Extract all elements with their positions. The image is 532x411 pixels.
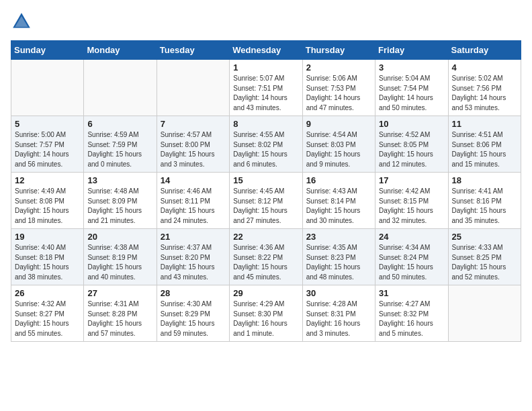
day-number: 16: [306, 175, 371, 185]
weekday-header-sunday: Sunday: [11, 41, 84, 60]
calendar-day-23: 23Sunrise: 4:35 AM Sunset: 8:23 PM Dayli…: [302, 229, 375, 285]
day-info: Sunrise: 5:07 AM Sunset: 7:51 PM Dayligh…: [233, 74, 298, 113]
day-number: 26: [15, 288, 80, 298]
calendar-day-21: 21Sunrise: 4:37 AM Sunset: 8:20 PM Dayli…: [157, 229, 229, 285]
day-info: Sunrise: 4:28 AM Sunset: 8:31 PM Dayligh…: [306, 300, 371, 338]
calendar-table: SundayMondayTuesdayWednesdayThursdayFrid…: [11, 40, 521, 342]
day-number: 5: [15, 119, 80, 129]
calendar-day-28: 28Sunrise: 4:30 AM Sunset: 8:29 PM Dayli…: [157, 285, 229, 342]
calendar-empty-cell: [84, 60, 157, 116]
calendar-day-20: 20Sunrise: 4:38 AM Sunset: 8:19 PM Dayli…: [84, 229, 157, 285]
calendar-day-11: 11Sunrise: 4:51 AM Sunset: 8:06 PM Dayli…: [448, 116, 521, 173]
day-info: Sunrise: 4:51 AM Sunset: 8:06 PM Dayligh…: [452, 130, 517, 169]
weekday-header-thursday: Thursday: [302, 41, 375, 60]
calendar-day-17: 17Sunrise: 4:42 AM Sunset: 8:15 PM Dayli…: [375, 173, 448, 229]
day-info: Sunrise: 4:59 AM Sunset: 7:59 PM Dayligh…: [87, 130, 152, 169]
day-info: Sunrise: 5:02 AM Sunset: 7:56 PM Dayligh…: [452, 74, 517, 113]
day-number: 14: [161, 175, 226, 185]
page-header: [11, 11, 521, 32]
day-info: Sunrise: 4:34 AM Sunset: 8:24 PM Dayligh…: [379, 243, 444, 282]
day-info: Sunrise: 5:00 AM Sunset: 7:57 PM Dayligh…: [15, 130, 80, 169]
day-info: Sunrise: 4:37 AM Sunset: 8:20 PM Dayligh…: [161, 243, 226, 282]
day-info: Sunrise: 4:57 AM Sunset: 8:00 PM Dayligh…: [161, 130, 226, 169]
day-number: 9: [306, 119, 371, 129]
day-number: 31: [379, 288, 444, 298]
day-number: 1: [233, 62, 298, 73]
calendar-day-31: 31Sunrise: 4:27 AM Sunset: 8:32 PM Dayli…: [375, 285, 448, 342]
day-info: Sunrise: 4:42 AM Sunset: 8:15 PM Dayligh…: [379, 187, 444, 226]
day-number: 18: [452, 175, 517, 185]
weekday-header-wednesday: Wednesday: [230, 41, 302, 60]
day-number: 19: [15, 232, 80, 242]
calendar-day-12: 12Sunrise: 4:49 AM Sunset: 8:08 PM Dayli…: [11, 173, 84, 229]
day-info: Sunrise: 4:55 AM Sunset: 8:02 PM Dayligh…: [233, 130, 298, 169]
day-number: 4: [452, 62, 517, 73]
day-number: 23: [306, 232, 371, 242]
day-info: Sunrise: 4:49 AM Sunset: 8:08 PM Dayligh…: [15, 187, 80, 226]
calendar-day-24: 24Sunrise: 4:34 AM Sunset: 8:24 PM Dayli…: [375, 229, 448, 285]
day-info: Sunrise: 4:54 AM Sunset: 8:03 PM Dayligh…: [306, 130, 371, 169]
day-number: 27: [87, 288, 152, 298]
day-info: Sunrise: 4:45 AM Sunset: 8:12 PM Dayligh…: [233, 187, 298, 226]
day-info: Sunrise: 4:38 AM Sunset: 8:19 PM Dayligh…: [87, 243, 152, 282]
day-info: Sunrise: 4:41 AM Sunset: 8:16 PM Dayligh…: [452, 187, 517, 226]
day-number: 29: [233, 288, 298, 298]
day-number: 21: [161, 232, 226, 242]
calendar-day-9: 9Sunrise: 4:54 AM Sunset: 8:03 PM Daylig…: [302, 116, 375, 173]
day-info: Sunrise: 4:40 AM Sunset: 8:18 PM Dayligh…: [15, 243, 80, 282]
day-number: 25: [452, 232, 517, 242]
calendar-day-27: 27Sunrise: 4:31 AM Sunset: 8:28 PM Dayli…: [84, 285, 157, 342]
day-info: Sunrise: 4:48 AM Sunset: 8:09 PM Dayligh…: [87, 187, 152, 226]
day-info: Sunrise: 4:36 AM Sunset: 8:22 PM Dayligh…: [233, 243, 298, 282]
day-number: 3: [379, 62, 444, 73]
day-number: 6: [87, 119, 152, 129]
day-info: Sunrise: 4:35 AM Sunset: 8:23 PM Dayligh…: [306, 243, 371, 282]
day-number: 8: [233, 119, 298, 129]
calendar-day-2: 2Sunrise: 5:06 AM Sunset: 7:53 PM Daylig…: [302, 60, 375, 116]
day-info: Sunrise: 4:33 AM Sunset: 8:25 PM Dayligh…: [452, 243, 517, 282]
day-info: Sunrise: 4:29 AM Sunset: 8:30 PM Dayligh…: [233, 300, 298, 338]
calendar-day-16: 16Sunrise: 4:43 AM Sunset: 8:14 PM Dayli…: [302, 173, 375, 229]
day-info: Sunrise: 4:52 AM Sunset: 8:05 PM Dayligh…: [379, 130, 444, 169]
calendar-day-4: 4Sunrise: 5:02 AM Sunset: 7:56 PM Daylig…: [448, 60, 521, 116]
day-number: 17: [379, 175, 444, 185]
calendar-week-2: 5Sunrise: 5:00 AM Sunset: 7:57 PM Daylig…: [11, 116, 521, 173]
calendar-week-1: 1Sunrise: 5:07 AM Sunset: 7:51 PM Daylig…: [11, 60, 521, 116]
day-number: 11: [452, 119, 517, 129]
calendar-day-5: 5Sunrise: 5:00 AM Sunset: 7:57 PM Daylig…: [11, 116, 84, 173]
day-info: Sunrise: 4:30 AM Sunset: 8:29 PM Dayligh…: [161, 300, 226, 338]
calendar-day-6: 6Sunrise: 4:59 AM Sunset: 7:59 PM Daylig…: [84, 116, 157, 173]
calendar-day-19: 19Sunrise: 4:40 AM Sunset: 8:18 PM Dayli…: [11, 229, 84, 285]
day-number: 7: [161, 119, 226, 129]
day-info: Sunrise: 4:46 AM Sunset: 8:11 PM Dayligh…: [161, 187, 226, 226]
day-number: 24: [379, 232, 444, 242]
calendar-empty-cell: [11, 60, 84, 116]
weekday-header-row: SundayMondayTuesdayWednesdayThursdayFrid…: [11, 41, 521, 60]
calendar-day-3: 3Sunrise: 5:04 AM Sunset: 7:54 PM Daylig…: [375, 60, 448, 116]
calendar-day-7: 7Sunrise: 4:57 AM Sunset: 8:00 PM Daylig…: [157, 116, 229, 173]
day-info: Sunrise: 4:31 AM Sunset: 8:28 PM Dayligh…: [87, 300, 152, 338]
day-number: 28: [161, 288, 226, 298]
day-info: Sunrise: 5:04 AM Sunset: 7:54 PM Dayligh…: [379, 74, 444, 113]
calendar-day-18: 18Sunrise: 4:41 AM Sunset: 8:16 PM Dayli…: [448, 173, 521, 229]
calendar-empty-cell: [448, 285, 521, 342]
weekday-header-friday: Friday: [375, 41, 448, 60]
calendar-day-14: 14Sunrise: 4:46 AM Sunset: 8:11 PM Dayli…: [157, 173, 229, 229]
day-number: 30: [306, 288, 371, 298]
calendar-day-22: 22Sunrise: 4:36 AM Sunset: 8:22 PM Dayli…: [230, 229, 302, 285]
calendar-week-3: 12Sunrise: 4:49 AM Sunset: 8:08 PM Dayli…: [11, 173, 521, 229]
weekday-header-monday: Monday: [84, 41, 157, 60]
day-info: Sunrise: 5:06 AM Sunset: 7:53 PM Dayligh…: [306, 74, 371, 113]
day-number: 10: [379, 119, 444, 129]
calendar-day-26: 26Sunrise: 4:32 AM Sunset: 8:27 PM Dayli…: [11, 285, 84, 342]
calendar-week-4: 19Sunrise: 4:40 AM Sunset: 8:18 PM Dayli…: [11, 229, 521, 285]
day-number: 2: [306, 62, 371, 73]
weekday-header-saturday: Saturday: [448, 41, 521, 60]
calendar-day-1: 1Sunrise: 5:07 AM Sunset: 7:51 PM Daylig…: [230, 60, 302, 116]
logo: [11, 11, 35, 32]
day-number: 15: [233, 175, 298, 185]
calendar-day-25: 25Sunrise: 4:33 AM Sunset: 8:25 PM Dayli…: [448, 229, 521, 285]
calendar-day-13: 13Sunrise: 4:48 AM Sunset: 8:09 PM Dayli…: [84, 173, 157, 229]
day-info: Sunrise: 4:27 AM Sunset: 8:32 PM Dayligh…: [379, 300, 444, 338]
day-info: Sunrise: 4:43 AM Sunset: 8:14 PM Dayligh…: [306, 187, 371, 226]
